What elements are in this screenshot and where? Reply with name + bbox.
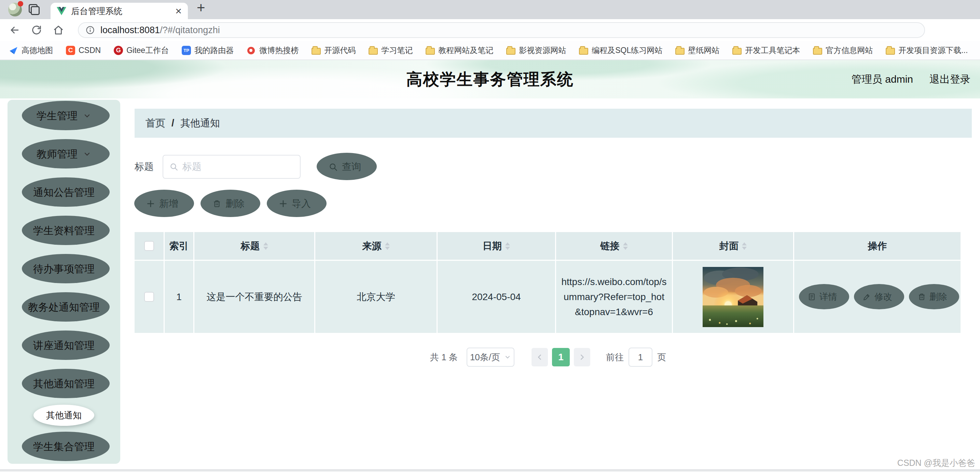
new-tab-button[interactable]: + — [197, 1, 205, 15]
address-bar[interactable]: localhost:8081/?#/qitatongzhi — [78, 22, 925, 38]
bookmark-folder[interactable]: 学习笔记 — [369, 45, 413, 56]
sidebar-item-student-collection[interactable]: 学生集合管理 — [22, 434, 105, 460]
edit-button[interactable]: 修改 — [854, 285, 900, 309]
bookmark-folder[interactable]: 开发项目资源下载... — [886, 45, 968, 56]
add-button[interactable]: 新增 — [135, 191, 190, 216]
tab-groups-icon[interactable] — [29, 4, 40, 15]
plus-icon — [146, 199, 155, 208]
sort-icon[interactable] — [742, 242, 747, 250]
detail-button[interactable]: 详情 — [799, 285, 845, 309]
pagination-total: 共 1 条 — [430, 351, 458, 363]
column-header-title[interactable]: 标题 — [194, 232, 315, 261]
bookmark-gitee[interactable]: G Gitee工作台 — [114, 45, 169, 56]
sidebar-item-teacher-mgmt[interactable]: 教师管理 — [22, 141, 105, 167]
search-icon — [169, 163, 178, 171]
watermark: CSDN @我是小爸爸 — [897, 457, 975, 469]
cell-index: 1 — [165, 261, 194, 334]
cover-image[interactable] — [703, 267, 764, 327]
cell-source: 北京大学 — [315, 261, 438, 334]
chevron-down-icon — [83, 150, 91, 158]
folder-icon — [369, 48, 378, 55]
current-page-button[interactable]: 1 — [552, 348, 570, 367]
prev-page-button[interactable] — [531, 348, 548, 367]
bookmark-folder[interactable]: 编程及SQL练习网站 — [579, 45, 662, 56]
weibo-icon — [247, 46, 256, 55]
sort-icon[interactable] — [385, 242, 390, 250]
sidebar-item-student-mgmt[interactable]: 学生管理 — [22, 102, 105, 129]
next-page-button[interactable] — [574, 348, 590, 367]
folder-icon — [312, 48, 321, 55]
breadcrumb-separator: / — [172, 118, 174, 129]
table-row-select — [135, 261, 165, 334]
column-header-link[interactable]: 链接 — [556, 232, 673, 261]
sort-icon[interactable] — [505, 242, 510, 250]
row-delete-button[interactable]: 删除 — [909, 285, 955, 309]
bookmark-router[interactable]: TP 我的路由器 — [182, 45, 234, 56]
back-icon[interactable] — [9, 24, 21, 36]
admin-user-label: 管理员 admin — [851, 72, 913, 86]
search-input[interactable] — [182, 161, 294, 172]
sidebar-item-other-notice-mgmt[interactable]: 其他通知管理 — [22, 370, 105, 397]
goto-page-input[interactable] — [628, 348, 652, 367]
pagination: 共 1 条 10条/页 1 前往 页 — [135, 348, 962, 367]
select-all-checkbox[interactable] — [144, 241, 154, 251]
site-info-icon[interactable] — [85, 25, 95, 35]
sidebar-item-notice-mgmt[interactable]: 通知公告管理 — [22, 179, 105, 206]
folder-icon — [579, 48, 588, 55]
bookmark-folder[interactable]: 教程网站及笔记 — [426, 45, 493, 56]
column-header-index: 索引 — [165, 232, 194, 261]
cell-cover — [673, 261, 794, 334]
page-size-select[interactable]: 10条/页 — [466, 348, 514, 367]
refresh-icon[interactable] — [31, 24, 42, 36]
sort-icon[interactable] — [263, 242, 268, 250]
breadcrumb-home[interactable]: 首页 — [145, 116, 165, 130]
bookmark-folder[interactable]: 壁纸网站 — [675, 45, 719, 56]
main-panel: 首页 / 其他通知 标题 查询 新增 删除 — [120, 99, 980, 472]
cell-actions: 详情 修改 删除 — [794, 261, 962, 334]
folder-icon — [426, 48, 435, 55]
bookmark-folder[interactable]: 开发工具笔记本 — [732, 45, 800, 56]
bookmark-folder[interactable]: 影视资源网站 — [506, 45, 566, 56]
sidebar-item-academic-notice[interactable]: 教务处通知管理 — [22, 294, 105, 321]
gitee-icon: G — [114, 46, 123, 55]
browser-tab-strip: 后台管理系统 × + — [0, 0, 980, 19]
trash-icon — [918, 293, 926, 301]
select-all-header — [135, 232, 165, 261]
sidebar-item-student-files[interactable]: 学生资料管理 — [22, 217, 105, 244]
logout-link[interactable]: 退出登录 — [929, 72, 970, 86]
sidebar-subitem-other-notice[interactable]: 其他通知 — [33, 405, 94, 426]
column-header-source[interactable]: 来源 — [315, 232, 438, 261]
column-header-cover[interactable]: 封面 — [673, 232, 794, 261]
title-filter-label: 标题 — [135, 160, 154, 173]
goto-label: 前往 — [606, 351, 624, 363]
bookmark-amap[interactable]: 高德地图 — [9, 45, 53, 56]
title-search-field[interactable] — [162, 155, 301, 179]
sort-icon[interactable] — [623, 242, 628, 250]
chevron-down-icon — [504, 354, 511, 360]
bookmark-weibo[interactable]: 微博热搜榜 — [247, 45, 299, 56]
delete-button[interactable]: 删除 — [201, 191, 256, 216]
import-button[interactable]: 导入 — [267, 191, 323, 216]
chevron-left-icon — [536, 353, 544, 361]
cell-link: https://s.weibo.com/top/summary?Refer=to… — [556, 261, 673, 334]
sidebar-item-lecture-notice[interactable]: 讲座通知管理 — [22, 332, 105, 359]
bookmark-folder[interactable]: 开源代码 — [312, 45, 356, 56]
bookmark-folder[interactable]: 官方信息网站 — [813, 45, 873, 56]
home-icon[interactable] — [52, 24, 64, 36]
vue-favicon — [57, 7, 66, 15]
sidebar-item-todo-mgmt[interactable]: 待办事项管理 — [22, 256, 105, 282]
browser-toolbar: localhost:8081/?#/qitatongzhi — [0, 19, 980, 41]
url-host: localhost:8081 — [100, 25, 160, 35]
profile-avatar[interactable] — [8, 3, 22, 16]
folder-icon — [675, 48, 684, 55]
column-header-date[interactable]: 日期 — [438, 232, 556, 261]
column-header-actions: 操作 — [794, 232, 962, 261]
amap-icon — [9, 46, 18, 55]
bookmark-csdn[interactable]: C CSDN — [66, 46, 101, 55]
browser-tab[interactable]: 后台管理系统 × — [51, 3, 188, 19]
chevron-down-icon — [83, 112, 91, 120]
query-button[interactable]: 查询 — [317, 154, 373, 179]
tab-close-icon[interactable]: × — [175, 5, 182, 16]
row-checkbox[interactable] — [144, 292, 154, 302]
tab-title: 后台管理系统 — [71, 5, 172, 17]
